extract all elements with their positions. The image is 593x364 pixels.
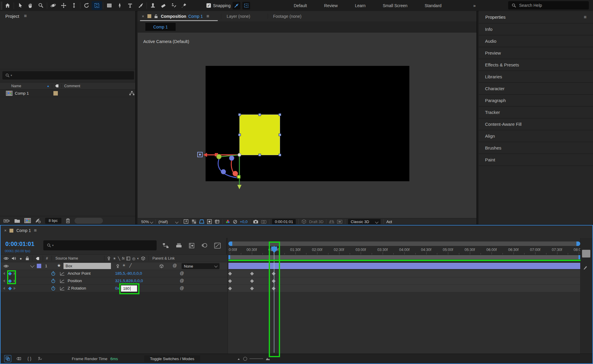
property-name[interactable]: Position — [68, 279, 82, 283]
sidebar-panel-character[interactable]: Character — [479, 82, 593, 94]
selection-handle[interactable] — [279, 154, 281, 156]
layer-duration-bar[interactable] — [228, 263, 580, 269]
pan-under-cursor-tool[interactable] — [58, 1, 69, 10]
properties-panel-menu-icon[interactable]: ≡ — [584, 15, 586, 20]
property-pickwhip-icon[interactable]: @ — [180, 278, 184, 283]
sidebar-panel-libraries[interactable]: Libraries — [479, 71, 593, 82]
close-tab-icon[interactable]: × — [4, 228, 7, 233]
label-column-icon[interactable] — [35, 256, 40, 261]
help-search-input[interactable]: Search Help — [508, 1, 589, 9]
video-eye-icon[interactable] — [4, 257, 9, 260]
solo-icon[interactable]: ● — [20, 256, 22, 261]
sidebar-panel-tracker[interactable]: Tracker — [479, 106, 593, 118]
workspace-tab-learn[interactable]: Learn — [346, 3, 374, 8]
keyframe-diamond[interactable] — [250, 287, 254, 290]
column-source-name[interactable]: Source Name — [55, 256, 78, 260]
column-comment[interactable]: Comment — [64, 84, 80, 88]
mask-visibility-icon[interactable] — [199, 219, 204, 224]
properties-panel-title[interactable]: Properties — [485, 15, 505, 20]
parent-link-dropdown[interactable]: None — [182, 263, 220, 269]
layer-label-color[interactable] — [37, 264, 41, 268]
tab-footage[interactable]: Footage (none) — [273, 14, 302, 19]
used-in-comp-icon[interactable] — [129, 91, 134, 96]
ground-plane-icon[interactable] — [329, 220, 334, 224]
resolution-dropdown[interactable]: (Half) — [158, 220, 178, 224]
current-time-display[interactable]: 0:00:01:01 — [5, 241, 34, 247]
keyframe-diamond[interactable] — [228, 279, 232, 283]
navigator-start-handle[interactable] — [228, 241, 232, 246]
selection-handle[interactable] — [238, 133, 241, 136]
rectangle-tool[interactable] — [104, 1, 115, 10]
snapping-checkbox[interactable]: ✓ — [206, 3, 211, 8]
layer-visibility-eye-icon[interactable] — [4, 264, 9, 268]
switch-anchor-icon[interactable] — [116, 264, 120, 268]
property-pickwhip-icon[interactable]: @ — [180, 286, 184, 290]
orbit-around-cursor-tool[interactable] — [48, 1, 58, 10]
comp-subtab[interactable]: Comp 1 — [145, 23, 176, 31]
channel-rgb-icon[interactable] — [225, 220, 230, 224]
hide-shy-layers-icon[interactable] — [37, 355, 43, 362]
work-area-bar[interactable] — [228, 255, 580, 259]
lock-icon[interactable] — [26, 256, 29, 260]
project-item-row[interactable]: Comp 1 — [0, 89, 135, 97]
property-graph-icon[interactable] — [60, 279, 65, 283]
next-keyframe-arrow[interactable] — [14, 287, 16, 290]
keyframe-lane[interactable] — [228, 277, 580, 285]
property-row-anchor-point[interactable]: Anchor Point185,5,-80,0,0,0@ — [0, 270, 227, 277]
timeline-panel-menu-icon[interactable]: ≡ — [34, 228, 36, 233]
brush-tool[interactable] — [135, 1, 146, 10]
quality-best-icon[interactable]: ╱ — [129, 263, 132, 268]
workspace-tab-default[interactable]: Default — [285, 3, 315, 8]
workspace-tab-review[interactable]: Review — [316, 3, 346, 8]
keyframe-lane[interactable] — [228, 285, 580, 292]
column-number[interactable]: # — [46, 256, 48, 260]
draft-3d-label[interactable]: Draft 3D — [309, 220, 323, 224]
zoom-in-mountain-icon[interactable] — [266, 357, 270, 360]
property-row-z-rotation[interactable]: Z Rotation0x180@ — [0, 285, 227, 292]
snap-box-icon[interactable] — [242, 2, 250, 9]
keyframe-at-current-time-diamond[interactable] — [8, 287, 12, 290]
close-tab-icon[interactable]: × — [142, 14, 144, 19]
property-graph-icon[interactable] — [60, 287, 65, 290]
guides-grid-options-icon[interactable] — [214, 219, 220, 224]
sidebar-panel-paragraph[interactable]: Paragraph — [479, 94, 593, 106]
expand-in-out-icon[interactable]: { } — [26, 355, 33, 362]
property-graph-icon[interactable] — [60, 272, 65, 276]
work-area-start-handle[interactable] — [228, 255, 230, 259]
keyframe-diamond[interactable] — [250, 272, 254, 276]
extended-viewer-icon[interactable] — [337, 220, 342, 224]
exposure-icon[interactable] — [233, 220, 237, 224]
viewer-panel-menu-icon[interactable]: ≡ — [206, 14, 209, 19]
time-navigator-bar[interactable] — [228, 241, 580, 246]
puppet-pin-tool[interactable] — [179, 1, 189, 10]
property-name[interactable]: Z Rotation — [68, 286, 86, 290]
interpret-footage-icon[interactable] — [4, 218, 10, 223]
timeline-search-input[interactable]: ▾ — [43, 240, 157, 250]
timeline-zoom-track[interactable] — [249, 358, 263, 359]
sort-ascending-icon[interactable]: ▲ — [47, 84, 50, 88]
renderer-dropdown[interactable]: Classic 3D — [348, 219, 381, 225]
keyframe-diamond[interactable] — [228, 272, 232, 276]
property-pickwhip-icon[interactable]: @ — [180, 271, 184, 276]
selection-handle[interactable] — [279, 113, 281, 116]
dolly-towards-cursor-tool[interactable] — [69, 1, 79, 10]
show-snapshot-icon[interactable] — [261, 220, 266, 224]
graph-editor-icon[interactable] — [214, 243, 221, 249]
rotation-tool[interactable] — [81, 1, 92, 10]
selection-handle[interactable] — [258, 113, 261, 116]
workspace-tab-standard[interactable]: Standard — [416, 3, 450, 8]
eraser-tool[interactable] — [158, 1, 168, 10]
snap-to-edges-icon[interactable] — [233, 2, 240, 9]
property-value-prefix[interactable]: 0x — [115, 286, 119, 290]
home-tool[interactable] — [2, 1, 13, 10]
shy-layers-icon[interactable] — [176, 243, 182, 249]
toggle-switches-modes-button[interactable]: Toggle Switches / Modes — [144, 355, 200, 362]
keyframe-diamond[interactable] — [250, 279, 254, 283]
parent-pickwhip-icon[interactable]: @ — [173, 263, 177, 268]
sidebar-panel-audio[interactable]: Audio — [479, 35, 593, 47]
project-panel-menu-icon[interactable]: ≡ — [24, 13, 27, 19]
tab-composition-target[interactable]: Comp 1 — [188, 14, 203, 19]
viewer-timecode[interactable]: 0:00:01:01 — [272, 219, 295, 225]
property-value[interactable]: 321,5,828,0,0,0 — [115, 279, 143, 283]
roto-brush-tool[interactable] — [168, 1, 179, 10]
